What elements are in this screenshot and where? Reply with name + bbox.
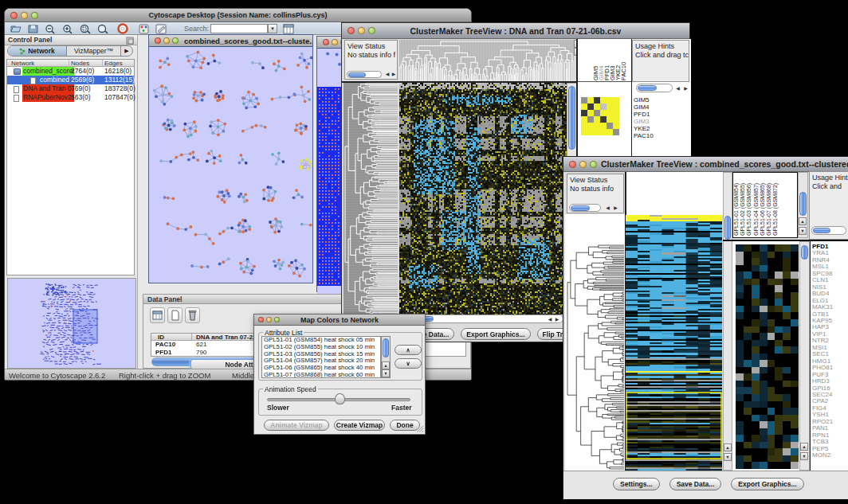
tv1-mini-heatmap[interactable] <box>581 97 619 135</box>
tv2-status-scroll-right[interactable]: ▶ <box>612 205 619 212</box>
network-view-canvas[interactable] <box>149 47 312 283</box>
attribute-list-scrollbar[interactable]: ▲ ▼ <box>381 336 391 378</box>
tv1-row-label[interactable]: PAC10 <box>634 132 654 139</box>
save-icon[interactable] <box>29 25 37 33</box>
search-dropdown-button[interactable]: ▼ <box>268 24 277 33</box>
network-tree-row[interactable]: combined_sco2569(6)13112(15) <box>7 76 134 84</box>
frame2-close-button[interactable] <box>323 39 329 45</box>
animate-vizmap-button[interactable]: Animate Vizmap <box>264 420 329 431</box>
dialog-zoom-button[interactable] <box>274 317 280 322</box>
tv1-hscroll-left[interactable]: ◀ <box>547 316 553 322</box>
tv2-zoom-scroll-down[interactable]: ▼ <box>800 452 808 460</box>
open-file-icon[interactable] <box>11 26 21 32</box>
col-header-network[interactable]: Network <box>11 60 34 67</box>
search-input[interactable] <box>210 24 268 33</box>
zoom-out-icon[interactable] <box>46 25 54 33</box>
main-titlebar[interactable]: Cytoscape Desktop (Session Name: collins… <box>5 9 471 22</box>
tv1-titlebar[interactable]: ClusterMaker TreeView : DNA and Tran 07-… <box>342 23 689 39</box>
dialog-close-button[interactable] <box>258 317 264 322</box>
network-overview-canvas[interactable] <box>7 278 136 369</box>
tv2-status-scrollbar[interactable] <box>569 204 601 212</box>
help-icon[interactable] <box>119 25 128 33</box>
tv1-row-label[interactable]: GIM5 <box>634 96 654 104</box>
network-tree-row[interactable]: RNAPuberNov2+563(0)107847(0) <box>7 93 134 102</box>
create-vizmap-button[interactable]: Create Vizmap <box>334 420 385 431</box>
tv2-row-label[interactable]: MON2 <box>812 452 833 459</box>
tv1-button-export-graphics[interactable]: Export Graphics... <box>461 328 530 340</box>
tv1-row-label[interactable]: YKE2 <box>634 125 654 132</box>
tv1-minimize-button[interactable] <box>358 27 365 34</box>
tv2-button-export-graphics[interactable]: Export Graphics... <box>731 478 803 490</box>
dialog-resize-grip[interactable] <box>416 425 424 433</box>
tv2-vscroll-up[interactable]: ▲ <box>724 443 732 451</box>
tv2-zoom-heatmap[interactable] <box>736 244 799 469</box>
tv2-labels-scroll-up[interactable]: ▲ <box>799 217 807 225</box>
move-down-button[interactable]: ∨ <box>395 358 422 369</box>
zoom-button[interactable] <box>31 12 38 19</box>
frame-close-button[interactable] <box>155 37 161 44</box>
tv2-minimize-button[interactable] <box>579 161 587 168</box>
tv2-status-scroll-left[interactable]: ◀ <box>604 205 611 212</box>
col-header-nodes[interactable]: Nodes <box>71 60 89 67</box>
annotation-icon[interactable] <box>156 25 166 33</box>
attr-scroll-up[interactable]: ▲ <box>382 361 390 369</box>
network-tree-row[interactable]: DNA and Tran 07769(0)183728(0) <box>7 84 134 93</box>
tab-network[interactable]: Network <box>8 46 67 56</box>
col-header-edges[interactable]: Edges <box>104 60 123 67</box>
tab-overflow-arrow[interactable]: ▶ <box>121 46 132 56</box>
attribute-list-item[interactable]: GPL51-07 (GSM868) heat shock 60 min <box>262 372 380 378</box>
tv2-zoom-vscrollbar[interactable]: ▲ ▼ <box>799 241 810 471</box>
vizmapper-icon[interactable] <box>139 25 148 33</box>
tv1-row-label[interactable]: GIM3 <box>634 118 654 125</box>
tv2-column-label[interactable]: GPL51-08 (GSM872) <box>772 183 778 236</box>
tv1-heatmap[interactable] <box>399 83 567 315</box>
tv1-row-label[interactable]: PFD1 <box>634 111 654 118</box>
frame-zoom-button[interactable] <box>172 37 179 44</box>
attribute-list[interactable]: GPL51-01 (GSM854) heat shock 05 minGPL51… <box>261 336 381 378</box>
tv1-row-dendrogram[interactable] <box>344 83 398 315</box>
frame2-minimize-button[interactable] <box>332 39 338 45</box>
tv2-hints-scrollbar[interactable] <box>811 226 846 235</box>
zoom-selected-icon[interactable] <box>81 25 91 34</box>
tv2-heatmap-vscrollbar[interactable]: ▲ ▼ <box>723 172 732 471</box>
new-attribute-button[interactable] <box>167 307 183 323</box>
attr-scroll-down[interactable]: ▼ <box>382 369 390 377</box>
frame-minimize-button[interactable] <box>163 37 170 44</box>
tv2-vscroll-down[interactable]: ▼ <box>724 453 732 461</box>
tv2-labels-scroll-down[interactable]: ▼ <box>799 227 807 235</box>
tv1-hints-scroll-right[interactable]: ▶ <box>682 84 689 92</box>
tv2-heatmap[interactable] <box>626 215 722 471</box>
float-panel-icon[interactable] <box>127 37 133 44</box>
tv1-status-scroll-right[interactable]: ▶ <box>391 71 397 78</box>
delete-attribute-button[interactable] <box>185 307 200 323</box>
speed-slider-thumb[interactable] <box>335 393 345 404</box>
tv2-zoom-button[interactable] <box>590 161 597 168</box>
tv2-titlebar[interactable]: ClusterMaker TreeView : combined_scores_… <box>563 157 848 172</box>
network-tree-row[interactable]: combined_scores2764(0)16218(0) <box>7 67 134 76</box>
tv2-column-label[interactable]: GPL51-03 (GSM856) <box>746 183 752 236</box>
tv2-column-label[interactable]: GPL51-07 (GSM868) <box>766 183 771 236</box>
tv2-row-dendrogram[interactable] <box>566 244 624 470</box>
tv1-zoom-button[interactable] <box>368 27 375 34</box>
tv2-close-button[interactable] <box>569 161 576 168</box>
tv1-hints-scroll-left[interactable]: ◀ <box>674 84 681 92</box>
tv1-column-dendrogram[interactable] <box>399 40 574 81</box>
tv2-column-label[interactable]: GPL51-01 (GSM854) <box>733 183 739 236</box>
move-up-button[interactable]: ∧ <box>395 345 422 355</box>
zoom-in-icon[interactable] <box>64 25 72 33</box>
minimize-button[interactable] <box>21 12 28 19</box>
tv1-hscroll-right[interactable]: ▶ <box>554 316 560 322</box>
tv1-status-scrollbar[interactable] <box>347 71 382 78</box>
close-button[interactable] <box>10 12 18 19</box>
dialog-minimize-button[interactable] <box>266 317 272 322</box>
tv1-close-button[interactable] <box>347 27 355 34</box>
table-icon[interactable] <box>284 25 293 33</box>
tv2-column-label[interactable]: GPL51-02 (GSM855) <box>740 183 745 236</box>
tv2-button-save-data[interactable]: Save Data... <box>669 478 722 490</box>
tv2-labels-vscrollbar[interactable]: ▲ ▼ <box>798 172 808 238</box>
tv1-status-scroll-left[interactable]: ◀ <box>384 71 391 78</box>
tv2-zoom-scroll-up[interactable]: ▲ <box>800 443 808 451</box>
tv2-column-label[interactable]: GPL51-04 (GSM857) <box>753 183 759 236</box>
zoom-fit-icon[interactable] <box>99 25 108 34</box>
dialog-titlebar[interactable]: Map Colors to Network <box>254 315 425 326</box>
